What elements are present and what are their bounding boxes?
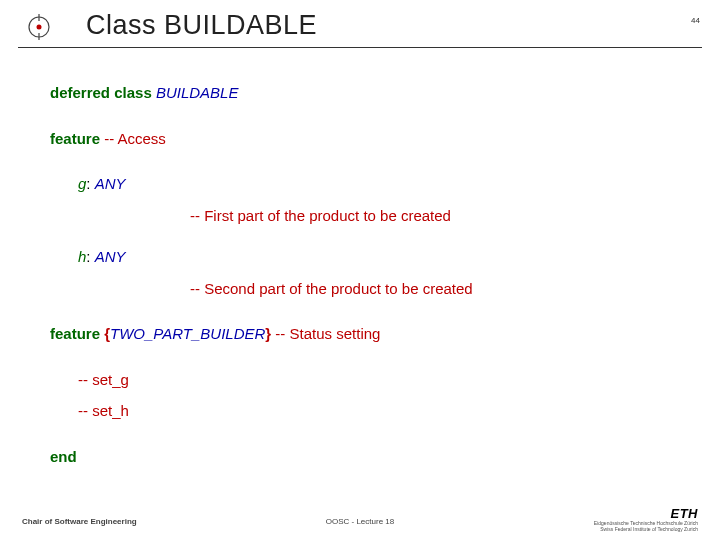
class-name: BUILDABLE [156, 84, 239, 101]
type-name: ANY [95, 248, 126, 265]
class-name: TWO_PART_BUILDER [110, 325, 265, 342]
keyword: feature [50, 325, 104, 342]
slide-title: Class BUILDABLE [86, 10, 672, 41]
code-line: feature -- Access [50, 126, 680, 152]
code-line: h: ANY [78, 244, 680, 270]
svg-point-1 [37, 25, 42, 30]
code-line: end [50, 444, 680, 470]
code-line: -- set_h [78, 398, 680, 424]
comment: -- set_g [78, 371, 129, 388]
code-line: -- Second part of the product to be crea… [190, 276, 680, 302]
code-line: -- set_g [78, 367, 680, 393]
keyword: end [50, 448, 77, 465]
comment: -- Status setting [275, 325, 380, 342]
code-line: -- First part of the product to be creat… [190, 203, 680, 229]
code-line: g: ANY [78, 171, 680, 197]
eth-logo: ETH [594, 506, 698, 521]
colon: : [86, 248, 94, 265]
comment: -- set_h [78, 402, 129, 419]
code-line: deferred class BUILDABLE [50, 80, 680, 106]
type-name: ANY [95, 175, 126, 192]
slide-footer: Chair of Software Engineering OOSC - Lec… [0, 500, 720, 540]
slide: Class BUILDABLE 44 deferred class BUILDA… [0, 0, 720, 540]
code-block: deferred class BUILDABLE feature -- Acce… [0, 48, 720, 469]
footer-right: ETH Eidgenössische Technische Hochschule… [594, 506, 698, 532]
bullet-icon [26, 14, 52, 44]
comment: -- First part of the product to be creat… [190, 207, 451, 224]
slide-number: 44 [691, 16, 700, 25]
keyword: feature [50, 130, 104, 147]
colon: : [86, 175, 94, 192]
code-line: feature {TWO_PART_BUILDER} -- Status set… [50, 321, 680, 347]
slide-header: Class BUILDABLE [18, 0, 702, 48]
eth-subtitle: Swiss Federal Institute of Technology Zu… [594, 527, 698, 533]
keyword: deferred class [50, 84, 156, 101]
brace: } [265, 325, 275, 342]
comment: -- Second part of the product to be crea… [190, 280, 473, 297]
comment: -- Access [104, 130, 166, 147]
